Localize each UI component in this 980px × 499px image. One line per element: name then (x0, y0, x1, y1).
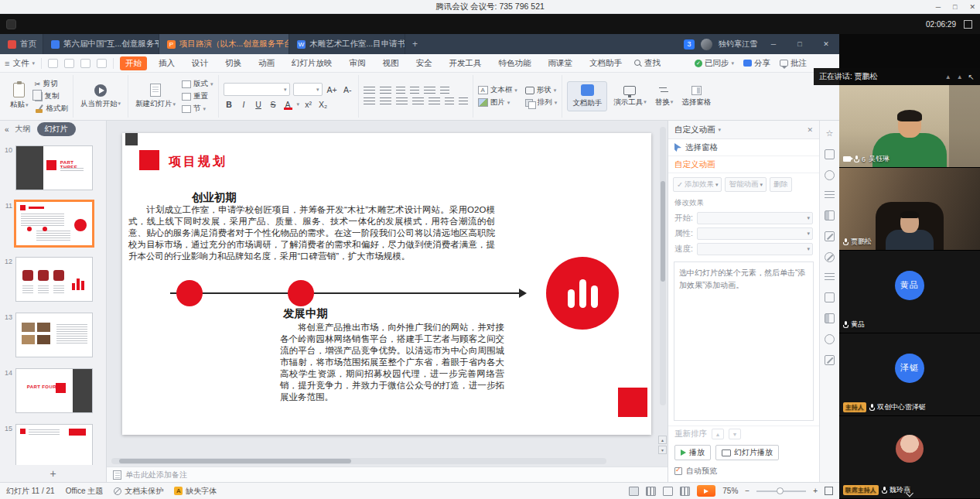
slide-canvas-area[interactable]: 项目规划 创业初期 计划成立工作室，申请学校创匠项目，并筹备开发“木社”木雕艺术… (107, 121, 668, 467)
font-color-button[interactable]: A (282, 98, 294, 110)
align-right-icon[interactable] (396, 97, 408, 106)
new-tab-button[interactable]: + (405, 34, 425, 54)
slide-thumbnail-selected[interactable] (15, 201, 93, 246)
decrease-indent-icon[interactable] (396, 87, 405, 95)
strikethrough-button[interactable]: S (268, 98, 279, 110)
theme-name[interactable]: Office 主题 (66, 486, 104, 497)
comment-button[interactable]: 批注 (780, 58, 807, 69)
bold-button[interactable]: B (224, 98, 235, 110)
grow-font-button[interactable]: A+ (326, 84, 339, 95)
tab-home[interactable]: 首页 (0, 34, 43, 54)
columns-icon[interactable] (445, 97, 454, 106)
close-button[interactable]: ✕ (969, 3, 975, 11)
save-icon[interactable] (48, 59, 58, 68)
play-animation-button[interactable]: 播放 (674, 445, 711, 460)
italic-button[interactable]: I (238, 98, 250, 110)
numbering-icon[interactable] (380, 87, 391, 95)
menu-home[interactable]: 开始 (120, 56, 147, 70)
format-painter-button[interactable]: 格式刷 (35, 104, 69, 114)
collapse-videos-chevron-icon[interactable] (906, 490, 913, 497)
outline-pane-icon[interactable] (825, 191, 835, 200)
minimize-button[interactable]: ─ (936, 3, 941, 11)
chevron-down-icon[interactable]: ▾ (719, 127, 722, 133)
help-pane-icon[interactable] (825, 170, 835, 180)
thumbnail-item-11[interactable]: 11 (2, 201, 103, 246)
vertical-scrollbar[interactable] (660, 127, 666, 405)
properties-pane-icon[interactable] (825, 149, 835, 159)
cut-button[interactable]: ✂剪切 (35, 79, 69, 89)
user-avatar[interactable] (701, 39, 712, 50)
text-direction-icon[interactable] (440, 87, 449, 95)
fullscreen-icon[interactable] (964, 20, 972, 29)
bullets-icon[interactable] (364, 87, 375, 95)
menu-file[interactable]: ≡ 文件 ▾ (5, 58, 35, 69)
participant-tile-host[interactable]: 泽铤 主持人 双创中心雷泽铤 (839, 333, 980, 416)
tab-document-1[interactable]: 第六届中国“互...创意服务平台 (43, 34, 159, 54)
selection-pane-button[interactable]: 选择窗格 (679, 86, 713, 108)
menu-security[interactable]: 安全 (410, 56, 437, 70)
collapse-panel-icon[interactable]: « (5, 125, 9, 134)
menu-view[interactable]: 视图 (377, 56, 404, 70)
participant-tile-cohost[interactable]: 联席主持人 魏玲燕 (839, 416, 980, 499)
more-pane-icon[interactable] (825, 355, 835, 365)
thumbnail-item-14[interactable]: 14 PART FOUR (2, 368, 103, 413)
animation-pane-icon[interactable] (825, 252, 835, 262)
menu-features[interactable]: 特色功能 (493, 56, 536, 70)
slide-thumbnail[interactable] (15, 257, 93, 302)
panel-close-icon[interactable]: ✕ (807, 126, 813, 134)
layout-button[interactable]: 版式▾ (182, 79, 213, 89)
paste-button[interactable]: 粘贴▾ (8, 83, 31, 110)
slide-thumbnail[interactable]: PART THREE (15, 145, 93, 190)
menu-design[interactable]: 设计 (186, 56, 213, 70)
picture-button[interactable]: 图片▾ (478, 97, 517, 108)
slide-thumbnail[interactable] (15, 313, 93, 357)
subscript-button[interactable]: X₂ (317, 98, 329, 110)
text-tools-icon[interactable] (459, 97, 468, 106)
zoom-in-button[interactable]: + (813, 487, 818, 495)
zoom-out-button[interactable]: − (745, 487, 750, 495)
chart-pane-icon[interactable] (825, 313, 835, 323)
participant-video-wuyulin[interactable]: 6 吴钰琳 (839, 85, 980, 168)
pop-out-icon[interactable]: ↖ (968, 73, 975, 81)
menu-doc-assistant[interactable]: 文档助手 (584, 56, 627, 70)
tab-document-2-active[interactable]: P 项目路演（以木...创意服务平台） ✕ (159, 34, 289, 54)
slide-thumbnail[interactable] (15, 424, 93, 465)
increase-indent-icon[interactable] (410, 87, 419, 95)
scrollbar-thumb[interactable] (119, 459, 351, 463)
maximize-button[interactable]: □ (953, 3, 957, 11)
menu-find[interactable]: 查找 (633, 58, 661, 69)
move-up-button[interactable]: ▲ (712, 429, 724, 439)
section-button[interactable]: 节▾ (182, 104, 213, 114)
replace-button[interactable]: 替换▾ (653, 86, 676, 108)
normal-view-icon[interactable] (629, 487, 639, 496)
layout-pane-icon[interactable] (825, 210, 835, 220)
previous-slide-button[interactable]: ▲ (658, 436, 667, 444)
font-name-select[interactable]: ▾ (224, 83, 290, 96)
selection-pane-row[interactable]: 选择窗格 (668, 139, 819, 156)
tab-document-3[interactable]: W 木雕艺术工作室...目申请书(1) (289, 34, 405, 54)
menu-slideshow[interactable]: 幻灯片放映 (286, 56, 338, 70)
participant-tile-huangpin[interactable]: 黄品 黄品 (839, 251, 980, 333)
print-icon[interactable] (64, 59, 74, 68)
current-slide[interactable]: 项目规划 创业初期 计划成立工作室，申请学校创匠项目，并筹备开发“木社”木雕艺术… (122, 133, 651, 435)
shrink-font-button[interactable]: A- (342, 84, 353, 95)
protection-status[interactable]: 文档未保护 (114, 486, 163, 497)
expand-icon[interactable]: ▲ (957, 73, 963, 80)
shapes-button[interactable]: 形状▾ (525, 85, 558, 95)
participant-video-jiapengsong[interactable]: 贾鹏松 (839, 168, 980, 251)
superscript-button[interactable]: x² (302, 98, 314, 110)
slideshow-play-button[interactable] (697, 485, 715, 497)
zoom-slider-thumb[interactable] (777, 487, 784, 494)
menu-transition[interactable]: 切换 (220, 56, 247, 70)
missing-font-status[interactable]: A 缺失字体 (174, 486, 217, 497)
speed-select[interactable]: ▾ (697, 243, 813, 255)
settings-pane-icon[interactable] (825, 334, 835, 344)
thumbnail-item-15[interactable]: 15 (2, 424, 103, 465)
slide-sorter-view-icon[interactable] (646, 487, 656, 496)
username[interactable]: 独钓寒江雪 (719, 39, 757, 50)
menu-animation[interactable]: 动画 (253, 56, 280, 70)
line-spacing-icon[interactable] (424, 87, 435, 95)
font-size-select[interactable]: ▾ (293, 83, 323, 96)
presentation-tools-button[interactable]: 演示工具▾ (611, 86, 649, 108)
redo-icon[interactable] (97, 59, 107, 68)
